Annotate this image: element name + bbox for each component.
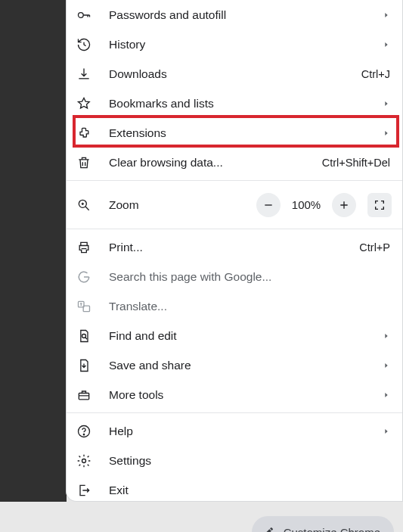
- menu-item-passwords-and-autofill[interactable]: Passwords and autofill: [67, 0, 402, 30]
- trash-icon: [76, 154, 92, 171]
- google-icon: [76, 269, 92, 285]
- menu-item-label: Print...: [109, 241, 353, 254]
- file-out-icon: [76, 357, 92, 374]
- menu-item-label: Extensions: [109, 126, 375, 140]
- svg-point-0: [79, 12, 84, 17]
- zoom-label: Zoom: [109, 198, 207, 212]
- menu-item-downloads[interactable]: Downloads Ctrl+J: [67, 59, 402, 89]
- menu-item-label: Search this page with Google...: [109, 270, 390, 284]
- menu-item-label: Find and edit: [109, 329, 375, 343]
- menu-item-help[interactable]: Help: [67, 416, 402, 446]
- menu-item-extensions[interactable]: Extensions: [67, 118, 402, 148]
- chevron-right-icon: [383, 100, 390, 107]
- menu-item-history[interactable]: History: [67, 30, 402, 59]
- toolbox-icon: [76, 387, 92, 403]
- customize-chrome-button[interactable]: Customize Chrome: [252, 516, 394, 532]
- menu-item-label: Bookmarks and lists: [109, 97, 375, 110]
- svg-point-8: [82, 459, 86, 462]
- menu-item-bookmarks-and-lists[interactable]: Bookmarks and lists: [67, 89, 402, 118]
- svg-point-7: [83, 434, 84, 434]
- customize-label: Customize Chrome: [284, 526, 380, 533]
- translate-icon: [76, 298, 92, 315]
- gear-icon: [76, 453, 92, 469]
- menu-divider: [67, 180, 402, 181]
- find-page-icon: [76, 328, 92, 344]
- chevron-right-icon: [383, 332, 390, 340]
- menu-item-label: More tools: [109, 388, 375, 402]
- chevron-right-icon: [383, 129, 390, 137]
- exit-icon: [76, 482, 92, 499]
- menu-item-print[interactable]: Print... Ctrl+P: [67, 232, 402, 262]
- menu-item-translate[interactable]: Translate...: [67, 291, 402, 321]
- svg-rect-5: [79, 393, 88, 399]
- help-icon: [76, 423, 92, 440]
- menu-item-label: Settings: [109, 454, 390, 468]
- key-icon: [76, 7, 92, 23]
- menu-item-search-this-page[interactable]: Search this page with Google...: [67, 262, 402, 291]
- menu-item-label: Passwords and autofill: [109, 8, 375, 22]
- menu-item-label: Help: [109, 425, 375, 438]
- zoom-icon: [76, 197, 92, 213]
- chevron-right-icon: [383, 428, 390, 435]
- puzzle-icon: [76, 125, 92, 142]
- menu-item-more-tools[interactable]: More tools: [67, 380, 402, 409]
- zoom-row: Zoom 100%: [67, 184, 402, 226]
- menu-divider: [67, 412, 402, 413]
- zoom-out-button[interactable]: [256, 193, 281, 217]
- menu-divider: [67, 229, 402, 229]
- zoom-value: 100%: [289, 198, 324, 211]
- menu-item-shortcut: Ctrl+Shift+Del: [322, 157, 390, 169]
- menu-item-settings[interactable]: Settings: [67, 446, 402, 475]
- menu-item-label: Save and share: [109, 359, 375, 372]
- download-icon: [76, 66, 92, 82]
- menu-item-exit[interactable]: Exit: [67, 475, 402, 505]
- menu-item-label: Exit: [109, 484, 390, 497]
- chevron-right-icon: [383, 391, 390, 399]
- menu-item-label: Translate...: [109, 300, 390, 313]
- fullscreen-button[interactable]: [367, 193, 392, 217]
- menu-item-label: Downloads: [109, 67, 355, 81]
- chrome-menu-panel: Passwords and autofill History Downloads…: [66, 0, 403, 502]
- chevron-right-icon: [383, 362, 390, 369]
- star-icon: [76, 95, 92, 112]
- print-icon: [76, 239, 92, 256]
- menu-item-shortcut: Ctrl+J: [361, 68, 390, 80]
- chevron-right-icon: [383, 11, 390, 19]
- menu-item-clear-browsing-data[interactable]: Clear browsing data... Ctrl+Shift+Del: [67, 148, 402, 177]
- menu-item-shortcut: Ctrl+P: [359, 241, 390, 254]
- chevron-right-icon: [383, 41, 390, 48]
- menu-item-save-and-share[interactable]: Save and share: [67, 350, 402, 380]
- history-icon: [76, 36, 92, 53]
- menu-item-label: History: [109, 38, 375, 51]
- menu-item-label: Clear browsing data...: [109, 156, 316, 170]
- menu-item-find-and-edit[interactable]: Find and edit: [67, 321, 402, 350]
- zoom-in-button[interactable]: [332, 193, 356, 217]
- pencil-icon: [262, 526, 274, 532]
